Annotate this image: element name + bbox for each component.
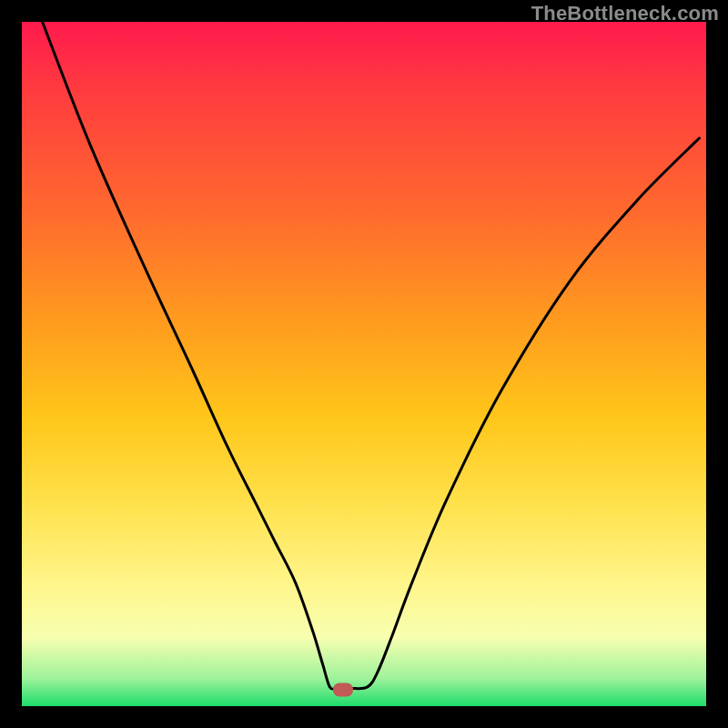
watermark-text: TheBottleneck.com <box>531 2 719 25</box>
bottleneck-curve <box>22 22 706 706</box>
optimal-point-marker <box>333 682 353 696</box>
chart-frame: TheBottleneck.com <box>0 0 728 728</box>
